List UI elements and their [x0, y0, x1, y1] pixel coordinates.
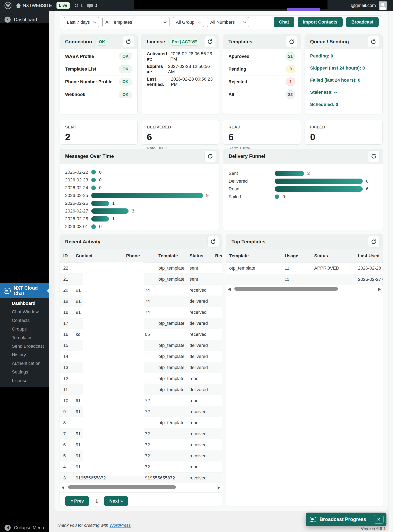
close-icon[interactable]: ×	[374, 515, 383, 524]
cell-id: 14	[63, 354, 76, 359]
broadcast-progress-toast: Broadcast Progress ×	[306, 513, 386, 526]
refresh-button[interactable]	[207, 236, 219, 247]
bar-label: Failed	[229, 194, 275, 199]
bar-label: 2026-02-28	[65, 216, 91, 222]
cell-status: received	[190, 453, 215, 459]
cell-template: otp_template	[158, 321, 190, 326]
sidebar-subitem-license[interactable]: License	[0, 376, 49, 385]
account-menu[interactable]: @gmail.com	[351, 0, 387, 11]
refresh-button[interactable]	[286, 36, 297, 48]
stat-value: 0	[310, 131, 377, 143]
cell-id: 9	[63, 409, 76, 414]
table-header: IDContactPhoneTemplateStatusReason	[60, 249, 222, 262]
bar	[91, 216, 109, 222]
sidebar-item-nxt-cloud-chat[interactable]: NXT Cloud Chat	[0, 283, 49, 298]
count-badge: 0	[286, 65, 295, 73]
sidebar-subitem-contacts[interactable]: Contacts	[0, 316, 49, 325]
group-filter-select[interactable]: All Groups	[173, 17, 204, 27]
template-count-label: All	[228, 92, 234, 97]
cell-template: otp_template	[229, 266, 285, 271]
collapse-menu-button[interactable]: Collapse Menu	[0, 523, 49, 532]
bar-row: 2026-02-281	[65, 216, 214, 222]
number-filter-select[interactable]: All Numbers	[207, 17, 249, 27]
page-scrollbar[interactable]	[389, 11, 393, 532]
connection-row: WebhookOK	[65, 88, 132, 101]
sidebar-subitem-authentication[interactable]: Authentication	[0, 359, 49, 368]
cell-id: 16	[63, 332, 76, 337]
site-menu[interactable]: NXTWEBSITE	[16, 3, 52, 8]
cell-id: 10	[63, 398, 76, 403]
bar-label: Read	[229, 186, 275, 192]
template-filter-select[interactable]: All Templates	[102, 17, 169, 27]
sidebar-subitem-settings[interactable]: Settings	[0, 368, 49, 376]
cell-status: received	[190, 475, 215, 481]
stat-card-sent: SENT2	[59, 120, 138, 145]
column-header: Template	[229, 253, 285, 259]
import-contacts-button[interactable]: Import Contacts	[298, 17, 343, 27]
card-title: Queue / Sending	[310, 39, 349, 45]
queue-sending-card: Queue / Sending Pending: 0Skipped (last …	[305, 34, 383, 114]
refresh-button[interactable]	[368, 236, 379, 247]
cell-last-used: 2026-02-27 09:27	[358, 277, 383, 282]
cell-id: 11	[63, 387, 76, 392]
bar-row: 2026-03-010	[65, 224, 214, 229]
scrollbar-thumb[interactable]	[234, 287, 338, 291]
admin-sidebar: Dashboard NXT Cloud Chat DashboardChat W…	[0, 11, 49, 532]
count-badge: 22	[285, 90, 295, 99]
refresh-button[interactable]	[368, 36, 379, 48]
sidebar-subitem-send-broadcast[interactable]: Send Broadcast	[0, 342, 49, 351]
sidebar-subitem-history[interactable]: History	[0, 351, 49, 359]
cell-id: 22	[63, 266, 76, 271]
refresh-button[interactable]	[368, 150, 379, 162]
cell-status: delivered	[190, 321, 215, 326]
cell-usage: 11	[285, 266, 314, 271]
template-count-row: All22	[228, 88, 295, 101]
active-menu-arrow-icon	[44, 288, 49, 293]
table-body: otp_template11APPROVED2026-02-28 11:0911…	[226, 262, 383, 285]
refresh-button[interactable]	[123, 36, 134, 48]
scrollbar-thumb[interactable]	[68, 485, 176, 489]
cell-status: received	[190, 288, 215, 293]
cell-status: received	[190, 310, 215, 315]
next-page-button[interactable]: Next »	[104, 496, 128, 506]
cell-status: delivered	[190, 365, 215, 370]
column-header: Template	[158, 253, 190, 259]
refresh-button[interactable]	[205, 150, 216, 162]
card-title: Templates	[228, 39, 252, 45]
wordpress-logo-icon[interactable]: W	[5, 2, 11, 9]
sidebar-subitem-groups[interactable]: Groups	[0, 325, 49, 334]
bar-value: 0	[99, 185, 102, 190]
wordpress-link[interactable]: WordPress	[109, 523, 131, 527]
connection-row-label: Phone Number Profile	[65, 79, 112, 84]
broadcast-button[interactable]: Broadcast	[346, 17, 379, 27]
horizontal-scrollbar[interactable]	[228, 286, 381, 292]
sidebar-subitem-chat-window[interactable]: Chat Window	[0, 308, 49, 316]
date-range-select[interactable]: Last 7 days	[64, 17, 99, 27]
horizontal-scrollbar[interactable]	[62, 484, 220, 491]
scroll-left-icon[interactable]	[62, 486, 64, 490]
scroll-right-icon[interactable]	[218, 486, 220, 490]
table-body: 22otp_templatesent21otp_templatesent2091…	[60, 262, 222, 483]
zero-dot	[91, 224, 96, 229]
bar-value: 1	[112, 201, 115, 206]
column-header: ID	[63, 253, 76, 259]
sidebar-subitem-dashboard[interactable]: Dashboard	[0, 299, 49, 308]
template-count-label: Pending	[228, 67, 246, 72]
bar-label: Delivered	[229, 179, 275, 184]
refresh-button[interactable]	[204, 36, 216, 48]
sidebar-subitem-templates[interactable]: Templates	[0, 334, 49, 342]
messages-over-time-card: Messages Over Time 2026-02-2202026-02-23…	[59, 149, 219, 230]
prev-page-button[interactable]: « Prev	[65, 496, 89, 506]
column-header: Status	[314, 253, 358, 259]
bar-label: 2026-02-26	[65, 201, 91, 206]
updates-menu[interactable]: ↻ 1	[74, 3, 83, 8]
connection-card: Connection OK WABA ProfileOKTemplates Li…	[59, 34, 138, 114]
cell-status: read	[190, 420, 215, 426]
scroll-right-icon[interactable]	[378, 288, 381, 291]
chat-button[interactable]: Chat	[274, 17, 294, 27]
comments-menu[interactable]: 0	[87, 3, 97, 8]
cell-status: sent	[190, 266, 215, 271]
license-card: License Pro | ACTIVE Activated at:2026-0…	[141, 34, 219, 114]
scroll-left-icon[interactable]	[228, 288, 231, 291]
stat-label: DELIVERED	[147, 125, 214, 130]
